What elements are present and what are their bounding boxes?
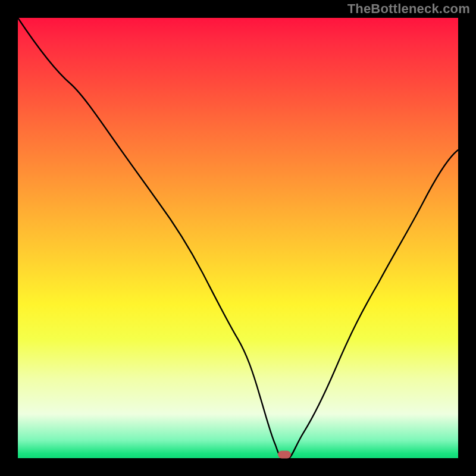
- optimum-marker: [278, 451, 291, 459]
- bottleneck-curve: [18, 18, 458, 458]
- plot-area: [18, 18, 458, 458]
- chart-frame: TheBottleneck.com: [0, 0, 476, 476]
- watermark-text: TheBottleneck.com: [347, 1, 470, 17]
